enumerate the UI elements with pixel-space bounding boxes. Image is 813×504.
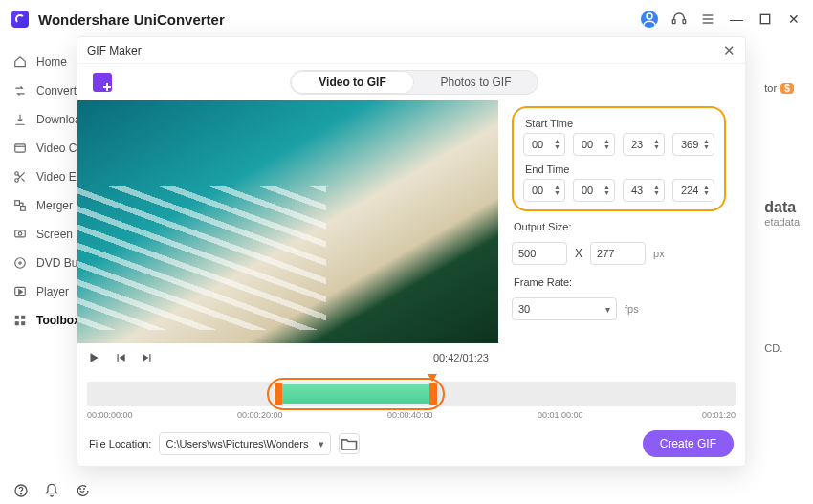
svg-rect-7	[15, 144, 26, 152]
bg-meta-text: etadata	[764, 216, 800, 228]
app-logo-icon	[11, 11, 29, 28]
trim-handle-left[interactable]	[275, 383, 282, 405]
svg-rect-2	[683, 20, 686, 24]
sidebar-item-label: Merger	[36, 199, 73, 212]
svg-rect-12	[15, 230, 26, 237]
svg-rect-18	[21, 316, 25, 319]
help-icon[interactable]	[13, 483, 29, 498]
gif-maker-modal: GIF Maker ✕ Video to GIF Photos to GIF 0…	[77, 36, 746, 467]
gif-settings-pane: Start Time 00▲▼ 00▲▼ 23▲▼ 369▲▼ End Time…	[498, 100, 736, 368]
modal-footer: File Location: C:\Users\ws\Pictures\Wond…	[89, 429, 734, 458]
home-icon	[13, 55, 27, 69]
selected-clip[interactable]	[276, 384, 433, 404]
tick-label: 00:01:20	[688, 410, 736, 420]
create-gif-button[interactable]: Create GIF	[643, 430, 734, 457]
video-preview-pane: 00:42/01:23	[77, 100, 498, 368]
modal-header: GIF Maker ✕	[77, 37, 745, 64]
end-minutes-input[interactable]: 00▲▼	[573, 179, 615, 202]
svg-point-22	[20, 493, 21, 494]
end-time-label: End Time	[525, 164, 714, 175]
file-location-select[interactable]: C:\Users\ws\Pictures\Wonders	[159, 432, 331, 455]
support-headset-icon[interactable]	[671, 11, 687, 27]
add-media-button[interactable]	[93, 73, 112, 92]
svg-rect-6	[760, 14, 769, 23]
frame-rate-select[interactable]: 30	[512, 297, 617, 320]
account-avatar-icon[interactable]	[641, 11, 658, 28]
svg-rect-19	[15, 321, 19, 325]
end-hours-input[interactable]: 00▲▼	[523, 179, 565, 202]
tick-label: 00:01:00:00	[538, 410, 585, 420]
window-close-button[interactable]: ✕	[786, 11, 802, 27]
open-folder-button[interactable]	[339, 433, 360, 454]
tab-video-to-gif[interactable]: Video to GIF	[291, 71, 414, 94]
end-millis-input[interactable]: 224▲▼	[672, 179, 714, 202]
start-seconds-input[interactable]: 23▲▼	[623, 133, 665, 156]
app-title: Wondershare UniConverter	[38, 11, 225, 28]
next-frame-icon[interactable]	[141, 351, 154, 364]
output-unit-label: px	[653, 248, 665, 259]
disc-icon	[13, 256, 27, 270]
output-size-label: Output Size:	[514, 221, 726, 232]
svg-point-24	[84, 489, 85, 490]
window-maximize-button[interactable]	[758, 11, 773, 27]
menu-hamburger-icon[interactable]	[700, 11, 715, 27]
modal-title: GIF Maker	[87, 44, 142, 57]
svg-point-15	[19, 262, 21, 264]
timeline: 00:00:00:00 00:00:20:00 00:00:40:00 00:0…	[87, 382, 736, 420]
grid-icon	[13, 314, 27, 327]
titlebar: Wondershare UniConverter — ✕	[0, 0, 813, 38]
prev-frame-icon[interactable]	[114, 351, 127, 364]
player-timecode: 00:42/01:23	[433, 352, 489, 363]
time-range-group: Start Time 00▲▼ 00▲▼ 23▲▼ 369▲▼ End Time…	[512, 106, 726, 211]
svg-point-14	[15, 258, 26, 269]
start-hours-input[interactable]: 00▲▼	[523, 133, 565, 156]
frame-rate-label: Frame Rate:	[514, 276, 726, 288]
feedback-icon[interactable]	[75, 483, 90, 498]
trim-handle-right[interactable]	[429, 383, 437, 405]
convert-icon	[13, 84, 27, 98]
sidebar-item-label: Player	[36, 285, 69, 298]
tab-photos-to-gif[interactable]: Photos to GIF	[414, 71, 538, 94]
tick-label: 00:00:40:00	[387, 410, 435, 420]
svg-rect-17	[15, 316, 19, 319]
play-square-icon	[13, 285, 27, 298]
bg-badge: $	[780, 83, 794, 94]
play-icon[interactable]	[87, 351, 100, 364]
bell-icon[interactable]	[44, 483, 59, 498]
tick-label: 00:00:20:00	[237, 410, 285, 420]
player-controls: 00:42/01:23	[77, 343, 498, 368]
sidebar-item-label: Toolbox	[36, 314, 80, 327]
download-icon	[13, 113, 27, 126]
timeline-track[interactable]	[87, 382, 736, 406]
output-width-input[interactable]: 500	[512, 242, 567, 265]
modal-toolbar: Video to GIF Photos to GIF	[77, 64, 745, 97]
modal-close-button[interactable]: ✕	[723, 42, 736, 59]
merge-icon	[13, 199, 27, 212]
output-x-label: X	[575, 247, 582, 260]
video-preview[interactable]	[77, 100, 498, 343]
record-icon	[13, 228, 27, 241]
start-minutes-input[interactable]: 00▲▼	[573, 133, 615, 156]
sidebar-item-label: Downloa	[36, 113, 81, 126]
svg-rect-1	[672, 20, 675, 24]
svg-rect-10	[15, 201, 20, 206]
svg-point-13	[18, 232, 22, 236]
tick-label: 00:00:00:00	[87, 410, 135, 420]
video-compress-icon	[13, 142, 27, 155]
svg-rect-20	[21, 321, 25, 325]
sidebar-item-label: DVD Bu	[36, 256, 77, 270]
mode-segmented-control: Video to GIF Photos to GIF	[290, 70, 538, 95]
svg-point-0	[647, 13, 652, 19]
sidebar-item-label: Home	[36, 55, 67, 69]
bg-data-text: data	[764, 199, 800, 216]
statusbar	[0, 477, 813, 504]
end-seconds-input[interactable]: 43▲▼	[623, 179, 665, 202]
svg-point-8	[15, 172, 19, 176]
svg-rect-11	[21, 207, 26, 211]
start-millis-input[interactable]: 369▲▼	[672, 133, 714, 156]
playhead-icon[interactable]	[428, 374, 437, 382]
window-minimize-button[interactable]: —	[729, 11, 744, 27]
output-height-input[interactable]: 277	[590, 242, 646, 265]
sidebar-item-label: Convert	[36, 84, 77, 98]
start-time-label: Start Time	[525, 118, 714, 129]
